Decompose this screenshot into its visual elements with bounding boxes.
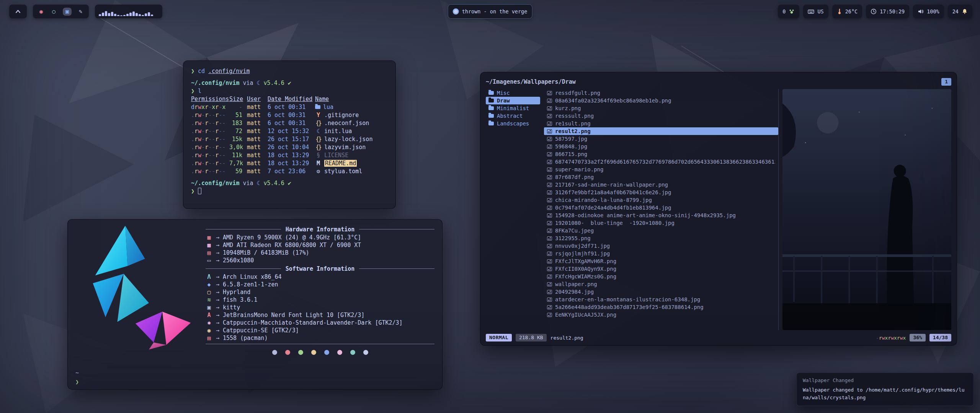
- status-bar: NORMAL 218.8 KB result2.png -rwxrwxrwx 3…: [486, 333, 951, 342]
- parent-folders-pane[interactable]: Misc Draw Minimalist Abstract: [486, 89, 540, 330]
- image-file-icon: [547, 114, 552, 118]
- file-item[interactable]: kurz.png: [544, 104, 778, 112]
- palette-dot: [285, 350, 290, 355]
- file-item[interactable]: result2.png: [544, 127, 778, 135]
- notification-popup[interactable]: Wallpaper Changed Wallpaper changed to /…: [796, 372, 974, 406]
- file-item[interactable]: EeNKYgIUcAAJ5JX.png: [544, 311, 778, 319]
- file-item[interactable]: 3126f7e9bbf21a8a4af0b67b041c6e26.jpg: [544, 189, 778, 196]
- file-item[interactable]: super-mario.png: [544, 166, 778, 173]
- file-item[interactable]: atardecer-en-la-montanas-ilustracion-634…: [544, 296, 778, 303]
- terminal-window[interactable]: ❯cd.config/nvim ~/.config/nvimvia☾v5.4.6…: [183, 60, 396, 209]
- file-item[interactable]: 5a266e448add93deab367d87173e9f25-6837886…: [544, 303, 778, 311]
- weather-module[interactable]: 26°C: [832, 5, 862, 18]
- tab-badge[interactable]: 1: [941, 78, 951, 86]
- workspace-icon[interactable]: ▣: [63, 8, 72, 16]
- top-bar: ◉ ○ ▣ ✎ thrown - on the verge 0: [0, 0, 980, 18]
- shell-command-line: ❯cd.config/nvim: [191, 67, 388, 75]
- license-icon: [315, 152, 322, 159]
- file-item[interactable]: FXfcJlTXgAMvH6R.png: [544, 257, 778, 265]
- file-item[interactable]: 587597.jpg: [544, 135, 778, 143]
- weather-temp: 26°C: [845, 8, 858, 15]
- file-item[interactable]: chica-mirando-la-luna-8799.jpg: [544, 196, 778, 204]
- notification-body: Wallpaper changed to /home/matt/.config/…: [803, 386, 967, 401]
- system-info-window[interactable]: Hardware Information →AMD Ryzen 9 5900X …: [67, 219, 443, 390]
- file-item[interactable]: rsjqojlmjhf91.jpg: [544, 250, 778, 257]
- bell-icon: [962, 8, 968, 15]
- chevron-up-icon: [15, 8, 21, 15]
- media-player-module[interactable]: thrown - on the verge: [448, 5, 532, 18]
- shell-prompt-line[interactable]: ❯: [191, 187, 388, 195]
- folder-icon: [488, 114, 494, 118]
- info-row: →Catppuccin-Macchiato-Standard-Lavender-…: [206, 319, 434, 327]
- kernel-icon: [206, 281, 212, 288]
- folder-item[interactable]: Abstract: [486, 112, 540, 120]
- launcher-button[interactable]: [9, 5, 27, 18]
- keyboard-layout-module[interactable]: US: [803, 5, 828, 18]
- folder-item[interactable]: Minimalist: [486, 104, 540, 112]
- file-item[interactable]: 3122955.png: [544, 234, 778, 242]
- file-item[interactable]: nnvuv0xj2df71.jpg: [544, 242, 778, 250]
- preview-pane: [778, 89, 951, 330]
- file-item[interactable]: 866715.png: [544, 150, 778, 158]
- arrow-icon: →: [216, 296, 219, 303]
- workspace-icon[interactable]: ◉: [38, 8, 45, 16]
- git-icon: [315, 112, 322, 119]
- gpu-icon: [206, 242, 212, 249]
- prompt-path: ~: [75, 369, 79, 376]
- file-item[interactable]: FXfcHgcWIAMzs0G.png: [544, 273, 778, 280]
- image-file-icon: [547, 206, 552, 210]
- keyboard-layout: US: [817, 8, 823, 15]
- file-item[interactable]: ressdfgult.png: [544, 89, 778, 97]
- prompt-symbol: ❯: [191, 68, 194, 75]
- clock-module[interactable]: 17:50:29: [866, 5, 909, 18]
- clock-icon: [871, 8, 877, 15]
- file-item[interactable]: re1sult.png: [544, 120, 778, 127]
- updates-module[interactable]: 0: [778, 5, 799, 18]
- mode-badge: NORMAL: [486, 334, 512, 341]
- command-argument: .config/nvim: [208, 68, 250, 75]
- terminal-color-palette: [206, 350, 434, 355]
- file-item[interactable]: 20492984.jpg: [544, 288, 778, 296]
- updates-count: 0: [782, 8, 786, 15]
- file-manager-window[interactable]: ~/Imagenes/Wallpapers/Draw 1 Misc Draw: [480, 72, 957, 346]
- palette-dot: [324, 350, 329, 355]
- palette-dot: [298, 350, 303, 355]
- image-file-icon: [547, 252, 552, 256]
- prompt-context-line: ~/.config/nvimvia☾v5.4.6✔: [191, 79, 388, 87]
- folder-item[interactable]: Landscapes: [486, 120, 540, 127]
- file-item[interactable]: 08a634fa02a32364f69ebc86a98eb1eb.png: [544, 97, 778, 104]
- workspace-icon[interactable]: ✎: [77, 8, 84, 16]
- listing-header: PermissionsSizeUserDate ModifiedName: [191, 95, 388, 103]
- file-list-pane[interactable]: ressdfgult.png 08a634fa02a32364f69ebc86a…: [544, 89, 778, 330]
- file-item[interactable]: FXfcII0X0AQyn9X.png: [544, 265, 778, 273]
- file-item[interactable]: 154928-odinokoe_anime-art-anime-okno-sin…: [544, 211, 778, 219]
- crystals-logo: [73, 223, 199, 350]
- workspace-icon[interactable]: ○: [50, 8, 57, 16]
- arrow-icon: →: [216, 304, 219, 311]
- notifications-module[interactable]: 24: [948, 5, 972, 18]
- visualizer-bar: [102, 13, 104, 16]
- volume-module[interactable]: 100%: [913, 5, 944, 18]
- audio-visualizer: [95, 5, 162, 18]
- folder-item[interactable]: Misc: [486, 89, 540, 97]
- file-listing-row: .rw-r--r-- 7,7k matt 18 oct 13:29 README…: [191, 159, 388, 167]
- file-item[interactable]: wallpaper.png: [544, 280, 778, 288]
- file-item[interactable]: 87r687df.png: [544, 173, 778, 181]
- folder-item[interactable]: Draw: [486, 97, 540, 104]
- file-item[interactable]: 217167-sad-anime-rain-wallpaper.png: [544, 181, 778, 189]
- image-file-icon: [547, 305, 552, 309]
- visualizer-bar: [129, 13, 132, 16]
- file-item[interactable]: 19201080-__blue-tinge__-1920×1080.jpg: [544, 219, 778, 227]
- file-item[interactable]: resssult.png: [544, 112, 778, 120]
- file-item[interactable]: 68747470733a2f2f696d616765732d7769786d70…: [544, 158, 778, 166]
- paw-icon: [789, 8, 795, 15]
- file-item[interactable]: 596848.jpg: [544, 143, 778, 150]
- file-item[interactable]: 0c794faf07de24a4db4d4fb1eb813964.jpg: [544, 204, 778, 211]
- clock-time: 17:50:29: [880, 8, 905, 15]
- image-file-icon: [547, 236, 552, 241]
- workspace-switcher[interactable]: ◉ ○ ▣ ✎: [33, 5, 89, 18]
- file-item[interactable]: 8FKa7Cu.jpeg: [544, 227, 778, 234]
- memory-icon: [206, 249, 212, 256]
- lua-icon: [315, 128, 322, 135]
- folder-icon: [488, 91, 494, 95]
